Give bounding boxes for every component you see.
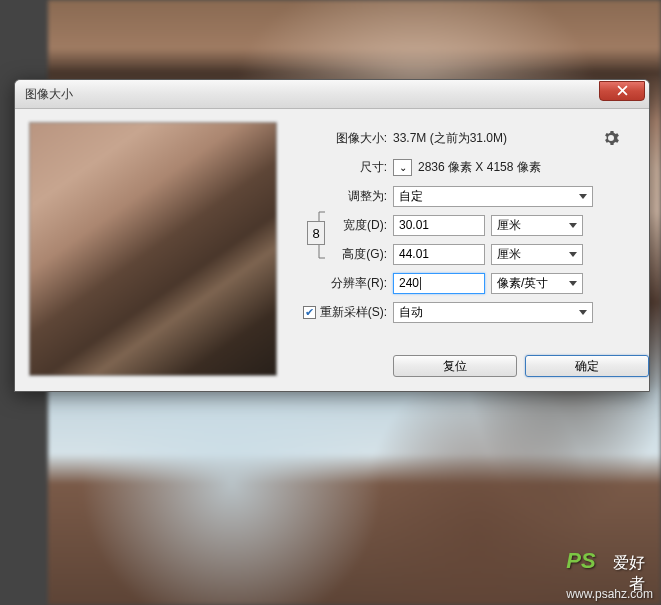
width-unit-select[interactable]: 厘米 [491,215,583,236]
close-icon [617,85,628,96]
dimensions-unit-toggle[interactable]: ⌄ [393,159,412,176]
height-label: 高度(G): [331,246,393,263]
form-area: 图像大小: 33.7M (之前为31.0M) 尺寸: ⌄ 2836 像素 X 4… [295,122,635,377]
chevron-down-icon [569,281,577,286]
chevron-down-icon: ⌄ [399,162,407,173]
image-size-dialog: 图像大小 图像大小: 33.7M (之前为31.0M) 尺寸: [14,79,650,392]
settings-button[interactable] [603,130,619,146]
check-icon: ✔ [305,306,314,319]
image-preview [29,122,277,376]
size-value: 33.7M (之前为31.0M) [393,130,507,147]
fit-to-value: 自定 [399,188,423,205]
resolution-unit-select[interactable]: 像素/英寸 [491,273,583,294]
height-unit-select[interactable]: 厘米 [491,244,583,265]
dimensions-value: 2836 像素 X 4158 像素 [418,159,541,176]
resample-checkbox[interactable]: ✔ [303,306,316,319]
constrain-proportions-button[interactable]: 8 [307,221,325,245]
fit-to-label: 调整为: [295,188,393,205]
chevron-down-icon [569,223,577,228]
resolution-label: 分辨率(R): [295,275,393,292]
watermark: PS 爱好者 www.psahz.com [566,587,653,601]
dialog-title: 图像大小 [25,86,73,103]
size-label: 图像大小: [295,130,393,147]
ok-button[interactable]: 确定 [525,355,649,377]
link-icon: 8 [312,226,319,241]
chevron-down-icon [579,310,587,315]
height-input[interactable]: 44.01 [393,244,485,265]
resample-label: 重新采样(S): [320,304,387,321]
reset-button[interactable]: 复位 [393,355,517,377]
fit-to-select[interactable]: 自定 [393,186,593,207]
gear-icon [603,130,619,146]
text-cursor [420,277,421,290]
resample-method-select[interactable]: 自动 [393,302,593,323]
resample-label-wrap: ✔ 重新采样(S): [295,304,393,321]
chevron-down-icon [579,194,587,199]
dimensions-label: 尺寸: [295,159,393,176]
width-label: 宽度(D): [331,217,393,234]
resolution-input[interactable]: 240 [393,273,485,294]
dialog-titlebar[interactable]: 图像大小 [15,80,649,109]
watermark-text: 爱好者 [600,553,645,595]
chevron-down-icon [569,252,577,257]
watermark-logo: PS [566,548,595,574]
width-input[interactable]: 30.01 [393,215,485,236]
close-button[interactable] [599,81,645,101]
